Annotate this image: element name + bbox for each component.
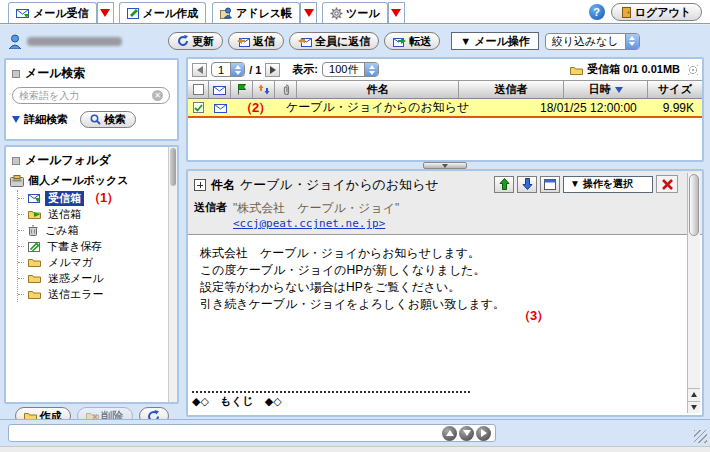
logout-button[interactable]: ログアウト (611, 3, 702, 21)
forward-button[interactable]: 転送 (384, 32, 440, 50)
reply-button[interactable]: 返信 (228, 32, 284, 50)
sender-label: 送信者 (194, 200, 227, 215)
row-size: 9.99K (663, 99, 694, 116)
splitter-handle-icon[interactable] (423, 162, 467, 169)
sender-email-link[interactable]: <ccj@peat.ccjnet.ne.jp> (233, 217, 399, 230)
mail-list-row[interactable]: （2） ケーブル・ジョイからのお知らせ 18/01/25 12:00:00 9.… (188, 99, 702, 118)
sender-name: "株式会社 ケーブル・ジョイ" (233, 200, 399, 217)
folder-item-junk[interactable]: 迷惑メール (18, 270, 177, 286)
mail-list-panel: 1 / 1 表示: 100件 受信箱 0/1 0.01MB 件名 送信者 (186, 57, 704, 162)
preview-scrollbar[interactable] (687, 173, 700, 413)
tab-tools[interactable]: ツール (322, 2, 388, 23)
search-input[interactable]: 検索語を入力 ✕ (12, 87, 170, 104)
mail-folder-header: メールフォルダ (6, 147, 177, 171)
open-window-icon[interactable] (540, 176, 560, 193)
folder-send-error-label[interactable]: 送信エラー (45, 287, 107, 302)
advanced-search-triangle-icon (12, 116, 20, 123)
display-count-select[interactable]: 100件 (322, 62, 379, 77)
compose-icon (127, 7, 140, 19)
folder-icon (28, 289, 41, 299)
folder-item-drafts[interactable]: 下書き保存 (18, 238, 177, 254)
preview-body: 株式会社 ケーブル・ジョイからお知らせします。 この度ケーブル・ジョイのHPが新… (188, 235, 702, 415)
address-book-menu-button[interactable] (300, 2, 317, 23)
attachment-column-icon[interactable] (275, 81, 297, 98)
mail-search-title: メール検索 (25, 65, 86, 82)
folder-item-sent[interactable]: 送信箱 (18, 206, 177, 222)
status-bar (8, 424, 496, 442)
body-line: 設定等がわからない場合はHPをご覧ください。 (200, 279, 690, 296)
help-icon[interactable]: ? (589, 4, 605, 20)
refresh-icon (177, 35, 189, 47)
column-sender[interactable]: 送信者 (459, 81, 564, 98)
column-subject[interactable]: 件名 (297, 81, 459, 98)
clear-search-icon[interactable]: ✕ (152, 90, 163, 101)
mail-search-header: メール検索 (6, 60, 177, 84)
expand-header-icon[interactable] (194, 179, 206, 191)
mail-folder-panel: メールフォルダ 個人メールボックス 受信箱 （1） 送信箱 ごみ箱 (4, 145, 179, 404)
status-footer (0, 419, 710, 446)
tab-mail-receive[interactable]: メール受信 (8, 2, 97, 23)
mailbox-status: 受信箱 0/1 0.01MB (570, 62, 680, 77)
mail-actions-button[interactable]: ▼ メール操作 (451, 32, 538, 50)
resize-grip[interactable] (694, 430, 707, 443)
flag-column-icon[interactable] (231, 81, 253, 98)
prev-page-button[interactable] (192, 63, 207, 77)
next-page-button[interactable] (265, 63, 280, 77)
mail-actions-label: ▼ メール操作 (460, 34, 529, 49)
search-button[interactable]: 検索 (80, 111, 136, 128)
address-book-icon (220, 7, 233, 19)
select-all-checkbox[interactable] (188, 81, 209, 98)
scroll-up-icon[interactable] (688, 388, 700, 400)
folder-junk-label[interactable]: 迷惑メール (45, 271, 107, 286)
column-size[interactable]: サイズ (648, 81, 702, 98)
row-subject[interactable]: ケーブル・ジョイからのお知らせ (286, 99, 469, 116)
reply-all-button[interactable]: 全員に返信 (289, 32, 379, 50)
next-mail-button[interactable] (517, 176, 537, 193)
column-date[interactable]: 日時 (564, 81, 648, 98)
action-select-label: ▼ 操作を選択 (570, 177, 633, 191)
previous-mail-button[interactable] (494, 176, 514, 193)
scrollbar-thumb[interactable] (170, 148, 176, 186)
row-checkbox[interactable] (193, 99, 204, 116)
folder-item-magazine[interactable]: メルマガ (18, 254, 177, 270)
subject-label: 件名 (211, 177, 235, 194)
tools-menu-button[interactable] (388, 2, 405, 23)
body-footer-line: ◆◇ もくじ ◆◇ (192, 393, 282, 410)
list-pagination-bar: 1 / 1 表示: 100件 受信箱 0/1 0.01MB (188, 59, 702, 80)
mail-receive-menu-button[interactable] (97, 2, 114, 23)
annotation-3: （3） (518, 307, 548, 324)
folder-item-inbox[interactable]: 受信箱 （1） (18, 190, 177, 206)
tab-mail-compose[interactable]: メール作成 (119, 2, 207, 23)
scrollbar-thumb[interactable] (689, 174, 699, 236)
pane-splitter[interactable] (186, 162, 704, 169)
folder-item-trash[interactable]: ごみ箱 (18, 222, 177, 238)
folder-trash-label[interactable]: ごみ箱 (42, 223, 82, 238)
mail-receive-icon (16, 8, 30, 19)
folder-item-send-error[interactable]: 送信エラー (18, 286, 177, 302)
refresh-button[interactable]: 更新 (168, 32, 223, 50)
folder-inbox-label[interactable]: 受信箱 (45, 191, 84, 206)
filter-select[interactable]: 絞り込みなし (545, 33, 640, 50)
folder-scrollbar[interactable] (168, 147, 177, 402)
folder-drafts-label[interactable]: 下書き保存 (44, 239, 105, 254)
read-status-column-icon[interactable] (209, 81, 231, 98)
row-date: 18/01/25 12:00:00 (540, 99, 637, 116)
priority-column-icon[interactable] (253, 81, 275, 98)
personal-mailbox-label: 個人メールボックス (28, 173, 129, 188)
nav-up-button[interactable] (442, 426, 457, 441)
page-select[interactable]: 1 (211, 62, 245, 77)
nav-next-button[interactable] (476, 426, 491, 441)
folder-sent-label[interactable]: 送信箱 (45, 207, 84, 222)
advanced-search-link[interactable]: 詳細検索 (24, 112, 68, 127)
user-chip (8, 34, 168, 49)
folder-magazine-label[interactable]: メルマガ (45, 255, 96, 270)
tab-address-book[interactable]: アドレス帳 (212, 2, 300, 23)
action-select-dropdown[interactable]: ▼ 操作を選択 (563, 176, 653, 193)
annotation-2: （2） (240, 99, 270, 116)
nav-down-button[interactable] (459, 426, 474, 441)
gear-icon (330, 7, 343, 20)
page-total: / 1 (249, 64, 261, 76)
scroll-down-icon[interactable] (688, 401, 700, 413)
close-preview-button[interactable] (656, 175, 678, 193)
personal-mailbox-root[interactable]: 個人メールボックス (6, 171, 177, 190)
